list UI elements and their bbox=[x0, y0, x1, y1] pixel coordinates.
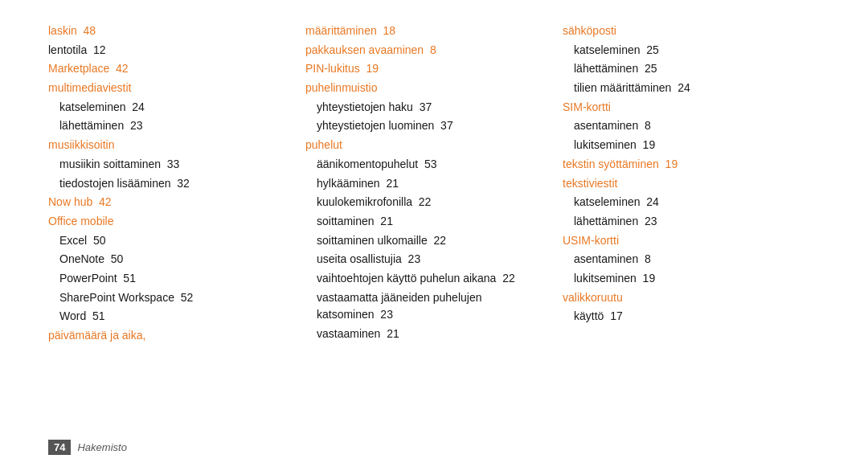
index-entry: valikkoruutu bbox=[563, 289, 804, 307]
column-3: sähköpostikatseleminen 25lähettäminen 25… bbox=[563, 23, 820, 432]
index-entry: yhteystietojen luominen 37 bbox=[305, 117, 547, 135]
index-entry: lukitseminen 19 bbox=[563, 137, 804, 154]
index-entry: lähettäminen 23 bbox=[48, 117, 289, 135]
index-entry: lukitseminen 19 bbox=[563, 270, 804, 288]
index-entry: vaihtoehtojen käyttö puhelun aikana 22 bbox=[305, 270, 547, 288]
index-entry: musiikin soittaminen 33 bbox=[48, 156, 289, 174]
index-entry: OneNote 50 bbox=[48, 251, 289, 268]
index-entry: soittaminen 21 bbox=[305, 213, 547, 231]
index-entry: vastaaminen 21 bbox=[305, 326, 547, 343]
index-entry: lentotila 12 bbox=[48, 42, 289, 59]
index-entry: hylkääminen 21 bbox=[305, 175, 547, 193]
index-entry: tilien määrittäminen 24 bbox=[563, 80, 804, 97]
index-entry: Excel 50 bbox=[48, 232, 289, 250]
index-entry: asentaminen 8 bbox=[563, 117, 804, 135]
index-entry: PIN-lukitus 19 bbox=[305, 60, 547, 78]
index-entry: katseleminen 24 bbox=[563, 194, 804, 211]
index-entry: asentaminen 8 bbox=[563, 251, 804, 268]
footer: 74 Hakemisto bbox=[48, 432, 820, 455]
index-entry: tekstiviestit bbox=[563, 175, 804, 193]
index-entry: lähettäminen 25 bbox=[563, 60, 804, 78]
index-entry: pakkauksen avaaminen 8 bbox=[305, 42, 547, 59]
index-entry: soittaminen ulkomaille 22 bbox=[305, 232, 547, 250]
index-entry: päivämäärä ja aika, bbox=[48, 327, 289, 345]
index-entry: katseleminen 24 bbox=[48, 99, 289, 117]
index-entry: Word 51 bbox=[48, 308, 289, 326]
index-entry: puhelut bbox=[305, 137, 547, 154]
index-entry: useita osallistujia 23 bbox=[305, 251, 547, 268]
page: laskin 48lentotila 12Marketplace 42multi… bbox=[0, 0, 868, 471]
index-entry: sähköposti bbox=[563, 23, 804, 40]
index-entry: kuulokemikrofonilla 22 bbox=[305, 194, 547, 211]
page-number: 74 bbox=[48, 440, 71, 455]
index-entry: katseleminen 25 bbox=[563, 42, 804, 59]
index-entry: PowerPoint 51 bbox=[48, 270, 289, 288]
index-entry: musiikkisoitin bbox=[48, 137, 289, 154]
column-2: määrittäminen 18pakkauksen avaaminen 8PI… bbox=[305, 23, 563, 432]
index-entry: USIM-kortti bbox=[563, 232, 804, 250]
index-entry: äänikomentopuhelut 53 bbox=[305, 156, 547, 174]
index-entry: multimediaviestit bbox=[48, 80, 289, 97]
index-entry: laskin 48 bbox=[48, 23, 289, 40]
index-entry: Now hub 42 bbox=[48, 194, 289, 211]
index-entry: käyttö 17 bbox=[563, 308, 804, 326]
index-entry: Marketplace 42 bbox=[48, 60, 289, 78]
index-entry: lähettäminen 23 bbox=[563, 213, 804, 231]
footer-label: Hakemisto bbox=[77, 441, 126, 453]
index-entry: Office mobile bbox=[48, 213, 289, 231]
index-entry: tekstin syöttäminen 19 bbox=[563, 156, 804, 174]
index-columns: laskin 48lentotila 12Marketplace 42multi… bbox=[48, 23, 820, 432]
index-entry: määrittäminen 18 bbox=[305, 23, 547, 40]
index-entry: tiedostojen lisääminen 32 bbox=[48, 175, 289, 193]
column-1: laskin 48lentotila 12Marketplace 42multi… bbox=[48, 23, 305, 432]
index-entry: vastaamatta jääneiden puhelujen katsomin… bbox=[305, 289, 547, 324]
index-entry: SIM-kortti bbox=[563, 99, 804, 117]
index-entry: puhelinmuistio bbox=[305, 80, 547, 97]
index-entry: SharePoint Workspace 52 bbox=[48, 289, 289, 307]
index-entry: yhteystietojen haku 37 bbox=[305, 99, 547, 117]
